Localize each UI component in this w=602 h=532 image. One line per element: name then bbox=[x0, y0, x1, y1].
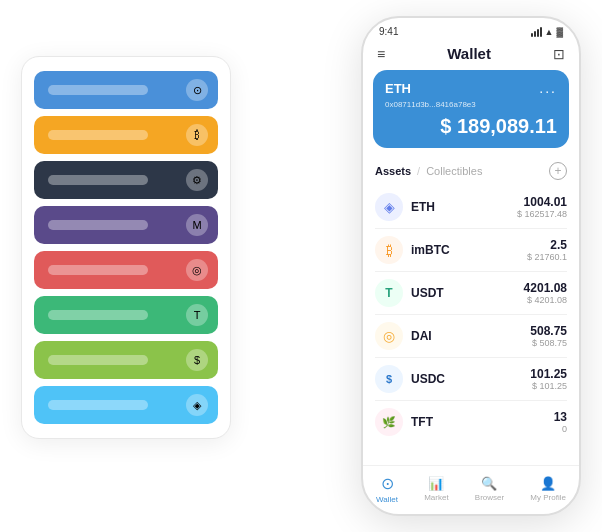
nav-market[interactable]: 📊 Market bbox=[424, 476, 448, 502]
card-icon-6: T bbox=[186, 304, 208, 326]
card-text-3 bbox=[48, 175, 148, 185]
eth-usd: $ 162517.48 bbox=[517, 209, 567, 219]
card-icon-8: ◈ bbox=[186, 394, 208, 416]
assets-header: Assets / Collectibles + bbox=[363, 158, 579, 186]
eth-card-label: ETH bbox=[385, 81, 411, 96]
card-icon-2: ₿ bbox=[186, 124, 208, 146]
clock: 9:41 bbox=[379, 26, 398, 37]
tft-amount: 13 bbox=[554, 410, 567, 424]
tft-icon: 🌿 bbox=[375, 408, 403, 436]
card-item-5[interactable]: ◎ bbox=[34, 251, 218, 289]
expand-icon[interactable]: ⊡ bbox=[553, 46, 565, 62]
tft-values: 13 0 bbox=[554, 410, 567, 434]
card-icon-3: ⚙ bbox=[186, 169, 208, 191]
usdt-icon: T bbox=[375, 279, 403, 307]
phone-header: ≡ Wallet ⊡ bbox=[363, 41, 579, 70]
usdc-amount: 101.25 bbox=[530, 367, 567, 381]
browser-nav-icon: 🔍 bbox=[481, 476, 497, 491]
tft-symbol: TFT bbox=[411, 415, 554, 429]
browser-nav-label: Browser bbox=[475, 493, 504, 502]
nav-profile[interactable]: 👤 My Profile bbox=[530, 476, 566, 502]
tab-assets[interactable]: Assets bbox=[375, 165, 411, 177]
card-item-3[interactable]: ⚙ bbox=[34, 161, 218, 199]
assets-tabs: Assets / Collectibles bbox=[375, 165, 482, 177]
eth-icon: ◈ bbox=[375, 193, 403, 221]
nav-wallet[interactable]: ⊙ Wallet bbox=[376, 474, 398, 504]
phone-mockup: 9:41 ▲ ▓ ≡ Wallet ⊡ ETH ... bbox=[361, 16, 581, 516]
imbtc-values: 2.5 $ 21760.1 bbox=[527, 238, 567, 262]
card-item-1[interactable]: ⊙ bbox=[34, 71, 218, 109]
signal-icon bbox=[531, 27, 542, 37]
eth-card-menu-dots[interactable]: ... bbox=[539, 80, 557, 96]
usdt-symbol: USDT bbox=[411, 286, 524, 300]
dai-icon: ◎ bbox=[375, 322, 403, 350]
dai-usd: $ 508.75 bbox=[530, 338, 567, 348]
asset-list: ◈ ETH 1004.01 $ 162517.48 ₿ imBTC 2.5 $ … bbox=[363, 186, 579, 465]
asset-item-tft[interactable]: 🌿 TFT 13 0 bbox=[375, 401, 567, 443]
tft-usd: 0 bbox=[554, 424, 567, 434]
eth-balance-card[interactable]: ETH ... 0x08711d3b...8416a78e3 $ 189,089… bbox=[373, 70, 569, 148]
asset-item-usdt[interactable]: T USDT 4201.08 $ 4201.08 bbox=[375, 272, 567, 315]
asset-item-dai[interactable]: ◎ DAI 508.75 $ 508.75 bbox=[375, 315, 567, 358]
card-text-4 bbox=[48, 220, 148, 230]
card-icon-5: ◎ bbox=[186, 259, 208, 281]
eth-values: 1004.01 $ 162517.48 bbox=[517, 195, 567, 219]
market-nav-icon: 📊 bbox=[428, 476, 444, 491]
usdt-values: 4201.08 $ 4201.08 bbox=[524, 281, 567, 305]
imbtc-icon: ₿ bbox=[375, 236, 403, 264]
card-text-5 bbox=[48, 265, 148, 275]
eth-balance: $ 189,089.11 bbox=[385, 115, 557, 138]
card-stack: ⊙ ₿ ⚙ M ◎ T $ ◈ bbox=[21, 56, 231, 439]
usdc-usd: $ 101.25 bbox=[530, 381, 567, 391]
add-asset-button[interactable]: + bbox=[549, 162, 567, 180]
market-nav-label: Market bbox=[424, 493, 448, 502]
card-text-8 bbox=[48, 400, 148, 410]
card-text-1 bbox=[48, 85, 148, 95]
card-text-2 bbox=[48, 130, 148, 140]
usdc-values: 101.25 $ 101.25 bbox=[530, 367, 567, 391]
dai-values: 508.75 $ 508.75 bbox=[530, 324, 567, 348]
status-bar: 9:41 ▲ ▓ bbox=[363, 18, 579, 41]
card-icon-4: M bbox=[186, 214, 208, 236]
wifi-icon: ▲ bbox=[545, 27, 554, 37]
wallet-nav-icon: ⊙ bbox=[381, 474, 394, 493]
imbtc-symbol: imBTC bbox=[411, 243, 527, 257]
asset-item-eth[interactable]: ◈ ETH 1004.01 $ 162517.48 bbox=[375, 186, 567, 229]
card-item-8[interactable]: ◈ bbox=[34, 386, 218, 424]
battery-icon: ▓ bbox=[556, 27, 563, 37]
nav-browser[interactable]: 🔍 Browser bbox=[475, 476, 504, 502]
card-item-2[interactable]: ₿ bbox=[34, 116, 218, 154]
card-item-4[interactable]: M bbox=[34, 206, 218, 244]
eth-card-top: ETH ... bbox=[385, 80, 557, 96]
asset-item-imbtc[interactable]: ₿ imBTC 2.5 $ 21760.1 bbox=[375, 229, 567, 272]
page-title: Wallet bbox=[447, 45, 491, 62]
usdc-icon: $ bbox=[375, 365, 403, 393]
card-item-7[interactable]: $ bbox=[34, 341, 218, 379]
card-text-6 bbox=[48, 310, 148, 320]
card-text-7 bbox=[48, 355, 148, 365]
asset-item-usdc[interactable]: $ USDC 101.25 $ 101.25 bbox=[375, 358, 567, 401]
imbtc-usd: $ 21760.1 bbox=[527, 252, 567, 262]
eth-symbol: ETH bbox=[411, 200, 517, 214]
card-icon-7: $ bbox=[186, 349, 208, 371]
card-item-6[interactable]: T bbox=[34, 296, 218, 334]
tab-collectibles[interactable]: Collectibles bbox=[426, 165, 482, 177]
profile-nav-icon: 👤 bbox=[540, 476, 556, 491]
card-icon-1: ⊙ bbox=[186, 79, 208, 101]
menu-icon[interactable]: ≡ bbox=[377, 46, 385, 62]
dai-symbol: DAI bbox=[411, 329, 530, 343]
eth-amount: 1004.01 bbox=[517, 195, 567, 209]
tab-divider: / bbox=[417, 165, 420, 177]
imbtc-amount: 2.5 bbox=[527, 238, 567, 252]
profile-nav-label: My Profile bbox=[530, 493, 566, 502]
eth-address: 0x08711d3b...8416a78e3 bbox=[385, 100, 557, 109]
usdt-usd: $ 4201.08 bbox=[524, 295, 567, 305]
usdt-amount: 4201.08 bbox=[524, 281, 567, 295]
dai-amount: 508.75 bbox=[530, 324, 567, 338]
wallet-nav-label: Wallet bbox=[376, 495, 398, 504]
bottom-nav: ⊙ Wallet 📊 Market 🔍 Browser 👤 My Profile bbox=[363, 465, 579, 514]
usdc-symbol: USDC bbox=[411, 372, 530, 386]
status-icons: ▲ ▓ bbox=[531, 27, 563, 37]
scene: ⊙ ₿ ⚙ M ◎ T $ ◈ bbox=[21, 16, 581, 516]
